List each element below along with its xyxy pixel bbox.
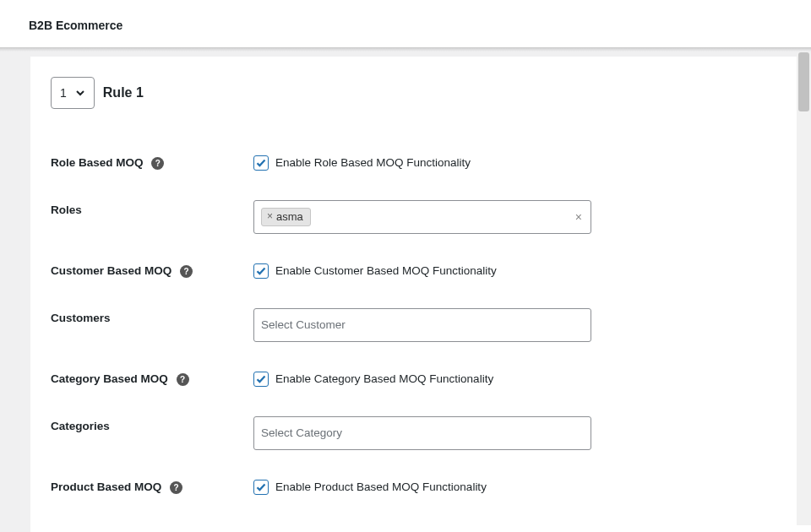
role-tag-text: asma [276, 210, 303, 223]
customer-moq-cb-label: Enable Customer Based MOQ Functionality [275, 264, 497, 277]
page-title: B2B Ecommerce [29, 19, 782, 32]
customers-label: Customers [51, 312, 111, 324]
role-tag: × asma [261, 208, 311, 226]
role-moq-checkbox[interactable] [253, 155, 269, 171]
chevron-down-icon [75, 88, 85, 98]
scrollbar-thumb[interactable] [798, 52, 809, 111]
rule-header: 1 Rule 1 [51, 77, 791, 109]
check-icon [255, 265, 267, 277]
shadow-divider [0, 48, 811, 52]
product-moq-label: Product Based MOQ [51, 480, 161, 493]
tag-remove-icon[interactable]: × [267, 210, 273, 222]
help-icon[interactable]: ? [177, 373, 189, 386]
category-moq-cb-label: Enable Category Based MOQ Functionality [275, 372, 493, 385]
settings-table: Role Based MOQ ? Enable Role Based MOQ F… [51, 139, 791, 511]
product-moq-checkbox-row: Enable Product Based MOQ Functionality [253, 480, 791, 495]
category-moq-checkbox[interactable] [253, 372, 269, 387]
rule-number-select[interactable]: 1 [51, 77, 95, 109]
roles-label: Roles [51, 204, 82, 216]
role-moq-cb-label: Enable Role Based MOQ Functionality [275, 156, 471, 169]
customer-moq-label: Customer Based MOQ [51, 264, 171, 277]
categories-label: Categories [51, 420, 110, 432]
clear-all-icon[interactable]: × [575, 210, 582, 224]
help-icon[interactable]: ? [151, 157, 164, 170]
category-moq-label: Category Based MOQ [51, 372, 168, 385]
category-moq-checkbox-row: Enable Category Based MOQ Functionality [253, 372, 791, 387]
rule-panel: 1 Rule 1 Role Based MOQ ? Enable Role Ba… [30, 57, 811, 532]
help-icon[interactable]: ? [170, 481, 182, 494]
product-moq-checkbox[interactable] [253, 480, 269, 495]
categories-placeholder: Select Category [261, 426, 342, 439]
customer-moq-checkbox[interactable] [253, 263, 269, 279]
page-header: B2B Ecommerce [0, 0, 811, 48]
rule-number-value: 1 [60, 86, 67, 100]
check-icon [255, 157, 267, 169]
customers-input[interactable]: Select Customer [253, 308, 591, 342]
customers-placeholder: Select Customer [261, 318, 346, 331]
rule-title: Rule 1 [103, 85, 144, 100]
roles-input[interactable]: × asma × [253, 200, 591, 234]
help-icon[interactable]: ? [180, 265, 193, 278]
role-moq-label: Role Based MOQ [51, 156, 144, 169]
check-icon [255, 481, 267, 493]
scrollbar[interactable] [797, 52, 811, 525]
customer-moq-checkbox-row: Enable Customer Based MOQ Functionality [253, 263, 791, 279]
categories-input[interactable]: Select Category [253, 416, 591, 450]
role-moq-checkbox-row: Enable Role Based MOQ Functionality [253, 155, 791, 171]
product-moq-cb-label: Enable Product Based MOQ Functionality [275, 480, 487, 493]
check-icon [255, 373, 267, 385]
